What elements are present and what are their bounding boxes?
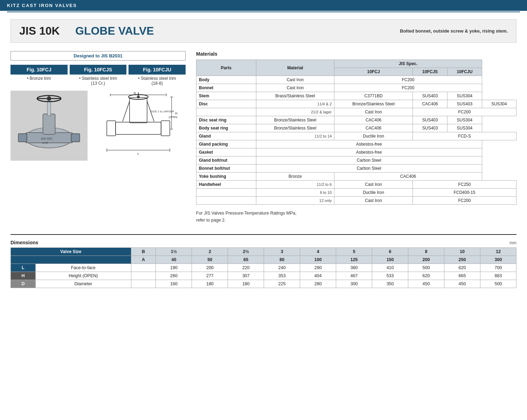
valve-diagram-svg: D — [91, 91, 186, 161]
hw-sub2: 8 to 10 — [256, 189, 334, 197]
valve-diagram: D — [91, 91, 186, 161]
spec-bsr-2: SUS403 — [412, 124, 447, 132]
dimensions-section: Dimensions mm Valve Size B 1½ 2 2½ 3 4 5… — [11, 234, 516, 288]
dim-size-a9: 250 — [444, 256, 480, 264]
mat-yoke: Bronze — [256, 173, 334, 181]
dim-row-L: L Face-to-face 190 200 220 240 290 360 4… — [11, 264, 516, 272]
svg-rect-17 — [107, 121, 116, 136]
dim-size-8: 8 — [408, 248, 444, 256]
dim-D-10: 500 — [480, 280, 516, 288]
table-row: Bonnet Cast Iron FC200 — [196, 84, 516, 92]
disc-sub1: 11/4 & 2 — [256, 100, 334, 108]
table-row: 12 only Cast Iron FC200 — [196, 197, 516, 205]
header-bar: KITZ CAST IRON VALVES — [0, 0, 527, 11]
gland-sub: 11/2 to 14 — [256, 132, 334, 140]
part-bonnet: Bonnet — [196, 84, 256, 92]
mat-disc-seat: Bronze/Stainless Steel — [256, 116, 334, 124]
dim-size-7: 6 — [372, 248, 408, 256]
spec-dsr-2: SUS403 — [412, 116, 447, 124]
table-row: Bonnet bolt/nut Carbon Steel — [196, 164, 516, 173]
dim-H-6: 467 — [336, 272, 372, 280]
valve-size-header: Valve Size — [11, 248, 131, 256]
spec-disc1-2: SUS403 — [448, 100, 482, 108]
dim-label-H: H — [11, 272, 36, 280]
svg-rect-18 — [161, 121, 170, 136]
svg-text:H: H — [175, 112, 178, 115]
dim-size-a4: 80 — [264, 256, 300, 264]
hw-empty1 — [196, 189, 256, 197]
designed-box: Designed to JIS B2031 — [11, 51, 186, 61]
spec-dsr-3: SUS304 — [448, 116, 482, 124]
spec-bonnet: FC200 — [334, 84, 482, 92]
dim-row-H: H Height (OPEN) 260 277 307 353 404 467 … — [11, 272, 516, 280]
dim-L-empty — [131, 264, 156, 272]
dim-size-a10: 300 — [480, 256, 516, 264]
mat-col-10fcj: 10FCJ — [334, 68, 413, 76]
table-row: Gasket Asbestos-free — [196, 148, 516, 156]
table-row: Body Cast Iron FC200 — [196, 76, 516, 84]
part-handwheel: Handwheel — [196, 181, 256, 189]
hw-sub3: 12 only — [256, 197, 334, 205]
dim-size-9: 10 — [444, 248, 480, 256]
table-row: Gland 11/2 to 14 Ductile Iron FCD-S — [196, 132, 516, 140]
dim-L-10: 700 — [480, 264, 516, 272]
dim-size-a7: 150 — [372, 256, 408, 264]
size-col-A: A — [131, 256, 156, 264]
fig-item-1: Fig. 10FCJ • Bronze trim — [11, 65, 68, 86]
dim-D-7: 350 — [372, 280, 408, 288]
valve-size-header-a — [11, 256, 131, 264]
mat-bonnet-bolt: Carbon Steel — [256, 164, 482, 173]
part-body: Body — [196, 76, 256, 84]
dim-L-8: 500 — [408, 264, 444, 272]
part-disc-seat: Disc seat ring — [196, 116, 256, 124]
dim-H-9: 665 — [444, 272, 480, 280]
svg-text:KITZ: KITZ — [42, 141, 48, 145]
dim-size-2: 2 — [192, 248, 228, 256]
dim-L-6: 360 — [336, 264, 372, 272]
svg-text:L: L — [137, 152, 139, 155]
dim-L-5: 290 — [300, 264, 336, 272]
dim-D-5: 280 — [300, 280, 336, 288]
spec-hw2: FCD400-15 — [412, 189, 516, 197]
fig-row: Fig. 10FCJ • Bronze trim Fig. 10FCJS • S… — [11, 65, 186, 86]
dim-H-10: 883 — [480, 272, 516, 280]
dim-L-7: 410 — [372, 264, 408, 272]
dim-D-empty — [131, 280, 156, 288]
fig-desc1-2: • Stainless steel trim (13 Cr.) — [70, 76, 127, 86]
spec-dsr-1: CAC406 — [334, 116, 413, 124]
dim-size-a6: 125 — [336, 256, 372, 264]
svg-rect-19 — [130, 98, 147, 123]
disc-sub2: 21/2 & lager — [256, 108, 334, 116]
dim-size-4: 3 — [264, 248, 300, 256]
spec-yoke: CAC406 — [334, 173, 482, 181]
part-gland: Gland — [196, 132, 256, 140]
size-col-B: B — [131, 248, 156, 256]
fig-desc1-1: • Bronze trim — [11, 76, 68, 81]
mat-disc2: Cast Iron — [334, 108, 413, 116]
svg-rect-3 — [71, 133, 79, 141]
fig-item-2: Fig. 10FCJS • Stainless steel trim (13 C… — [70, 65, 127, 86]
mat-gland-bolt: Carbon Steel — [256, 156, 482, 164]
dim-size-a5: 100 — [300, 256, 336, 264]
dim-mm-label: mm — [509, 240, 516, 245]
svg-point-9 — [47, 96, 51, 100]
left-panel: Designed to JIS B2031 Fig. 10FCJ • Bronz… — [11, 51, 186, 224]
table-row: Gland bolt/nut Carbon Steel — [196, 156, 516, 164]
dim-desc-L: Face-to-face — [35, 264, 131, 272]
spec-stem-2: SUS403 — [412, 92, 447, 100]
table-row: Gland packing Asbestos-free — [196, 140, 516, 148]
table-row: 8 to 10 Ductile Iron FCD400-15 — [196, 189, 516, 197]
part-disc-empty — [196, 108, 256, 116]
spec-hw1: FC250 — [412, 181, 516, 189]
spec-disc2: FC200 — [412, 108, 516, 116]
mat-hw3: Cast Iron — [334, 197, 413, 205]
mat-gasket: Asbestos-free — [256, 148, 482, 156]
table-row: Body seat ring Bronze/Stainless Steel CA… — [196, 124, 516, 132]
title-valve: GLOBE VALVE — [75, 24, 400, 37]
spec-hw3: FC200 — [412, 197, 516, 205]
dim-L-2: 200 — [192, 264, 228, 272]
valve-photo: 10K-65S KITZ — [11, 91, 88, 161]
svg-text:(OPEN): (OPEN) — [169, 116, 178, 119]
table-row: Handwheel 11/2 to 6 Cast Iron FC250 — [196, 181, 516, 189]
spec-bsr-3: SUS304 — [448, 124, 482, 132]
